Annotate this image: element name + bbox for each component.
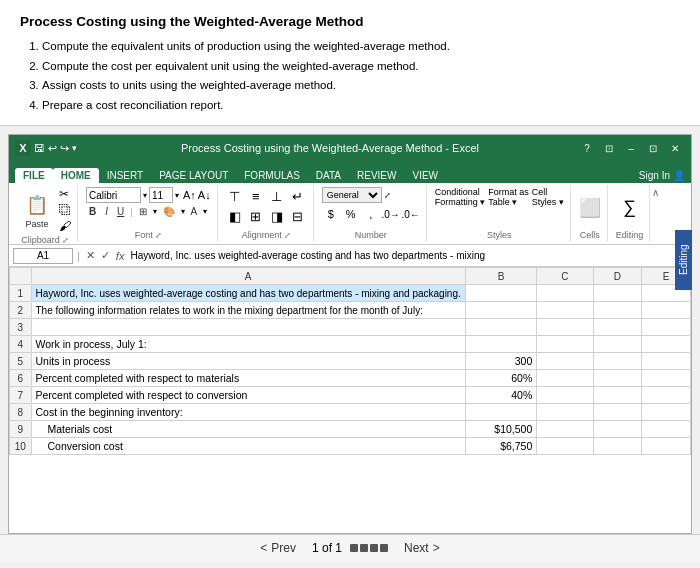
wrap-text-icon[interactable]: ↵ — [289, 187, 307, 205]
font-size-dropdown[interactable]: ▾ — [175, 191, 179, 200]
tab-page-layout[interactable]: PAGE LAYOUT — [151, 168, 236, 183]
cell-a2[interactable]: The following information relates to wor… — [31, 302, 465, 319]
cell-b10[interactable]: $6,750 — [465, 438, 537, 455]
cell-c4[interactable] — [537, 336, 593, 353]
align-top-icon[interactable]: ⊤ — [226, 187, 244, 205]
cell-d7[interactable] — [593, 387, 642, 404]
percent-icon[interactable]: % — [342, 205, 360, 223]
italic-button[interactable]: I — [102, 205, 111, 218]
help-button[interactable]: ? — [577, 140, 597, 156]
tab-data[interactable]: DATA — [308, 168, 349, 183]
tab-view[interactable]: VIEW — [404, 168, 446, 183]
font-size-input[interactable] — [149, 187, 173, 203]
cell-e10[interactable] — [642, 438, 691, 455]
cell-a8[interactable]: Cost in the beginning inventory: — [31, 404, 465, 421]
cell-b2[interactable] — [465, 302, 537, 319]
cell-e5[interactable] — [642, 353, 691, 370]
tab-file[interactable]: FILE — [15, 168, 53, 183]
fill-color-button[interactable]: 🎨 — [160, 205, 178, 218]
cell-c6[interactable] — [537, 370, 593, 387]
cell-b9[interactable]: $10,500 — [465, 421, 537, 438]
confirm-icon[interactable]: ✓ — [99, 248, 112, 263]
dec-decrease-icon[interactable]: .0← — [402, 205, 420, 223]
format-as-table-button[interactable]: Format asTable ▾ — [488, 187, 529, 207]
name-box[interactable] — [13, 248, 73, 264]
font-expand-icon[interactable]: ⤢ — [155, 231, 162, 240]
cell-a1[interactable]: Hayword, Inc. uses weighted-average cost… — [31, 285, 465, 302]
align-left-icon[interactable]: ◧ — [226, 207, 244, 225]
align-center-icon[interactable]: ⊞ — [247, 207, 265, 225]
align-expand-icon[interactable]: ⤢ — [284, 231, 291, 240]
border-dropdown[interactable]: ▾ — [153, 207, 157, 216]
cell-b8[interactable] — [465, 404, 537, 421]
restore-button[interactable]: ⊡ — [599, 140, 619, 156]
border-button[interactable]: ⊞ — [136, 205, 150, 218]
qat-undo[interactable]: ↩ — [48, 142, 57, 155]
cell-e3[interactable] — [642, 319, 691, 336]
cell-b3[interactable] — [465, 319, 537, 336]
cell-e4[interactable] — [642, 336, 691, 353]
cell-d2[interactable] — [593, 302, 642, 319]
cell-c1[interactable] — [537, 285, 593, 302]
cell-b5[interactable]: 300 — [465, 353, 537, 370]
sign-in[interactable]: Sign In 👤 — [639, 170, 685, 183]
font-name-dropdown[interactable]: ▾ — [143, 191, 147, 200]
maximize-button[interactable]: ⊡ — [643, 140, 663, 156]
cell-d5[interactable] — [593, 353, 642, 370]
cell-c10[interactable] — [537, 438, 593, 455]
cell-e6[interactable] — [642, 370, 691, 387]
cell-b1[interactable] — [465, 285, 537, 302]
cell-styles-button[interactable]: CellStyles ▾ — [532, 187, 564, 207]
cell-a6[interactable]: Percent completed with respect to materi… — [31, 370, 465, 387]
cell-a7[interactable]: Percent completed with respect to conver… — [31, 387, 465, 404]
cell-a3[interactable] — [31, 319, 465, 336]
cell-a10[interactable]: Conversion cost — [31, 438, 465, 455]
minimize-button[interactable]: – — [621, 140, 641, 156]
col-header-b[interactable]: B — [465, 268, 537, 285]
cell-c7[interactable] — [537, 387, 593, 404]
currency-icon[interactable]: $ — [322, 205, 340, 223]
cell-c2[interactable] — [537, 302, 593, 319]
editing-big-icon[interactable]: ∑ — [623, 197, 636, 218]
tab-formulas[interactable]: FORMULAS — [236, 168, 308, 183]
font-color-button[interactable]: A — [188, 205, 201, 218]
cell-c9[interactable] — [537, 421, 593, 438]
increase-font-icon[interactable]: A↑ — [183, 189, 196, 201]
cell-e2[interactable] — [642, 302, 691, 319]
col-header-c[interactable]: C — [537, 268, 593, 285]
comma-icon[interactable]: , — [362, 205, 380, 223]
tab-review[interactable]: REVIEW — [349, 168, 404, 183]
dec-increase-icon[interactable]: .0→ — [382, 205, 400, 223]
tab-insert[interactable]: INSERT — [99, 168, 152, 183]
qat-dropdown[interactable]: ▾ — [72, 143, 77, 153]
cell-c8[interactable] — [537, 404, 593, 421]
formula-input[interactable] — [130, 250, 687, 261]
align-middle-icon[interactable]: ≡ — [247, 187, 265, 205]
cell-d8[interactable] — [593, 404, 642, 421]
cell-e7[interactable] — [642, 387, 691, 404]
align-right-icon[interactable]: ◨ — [268, 207, 286, 225]
cut-icon[interactable]: ✂ — [59, 187, 71, 201]
paste-button[interactable]: 📋 Paste — [19, 189, 55, 231]
close-button[interactable]: ✕ — [665, 140, 685, 156]
cell-c3[interactable] — [537, 319, 593, 336]
cancel-icon[interactable]: ✕ — [84, 248, 97, 263]
col-header-a[interactable]: A — [31, 268, 465, 285]
cell-d6[interactable] — [593, 370, 642, 387]
cell-b7[interactable]: 40% — [465, 387, 537, 404]
format-painter-icon[interactable]: 🖌 — [59, 219, 71, 233]
ribbon-expand[interactable]: ∧ — [652, 185, 659, 242]
cell-a9[interactable]: Materials cost — [31, 421, 465, 438]
cell-a4[interactable]: Work in process, July 1: — [31, 336, 465, 353]
fill-dropdown[interactable]: ▾ — [181, 207, 185, 216]
next-button[interactable]: Next > — [404, 541, 440, 555]
qat-save[interactable]: 🖫 — [34, 142, 45, 154]
conditional-formatting-button[interactable]: ConditionalFormatting ▾ — [435, 187, 486, 207]
cell-c5[interactable] — [537, 353, 593, 370]
underline-button[interactable]: U — [114, 205, 127, 218]
cell-e8[interactable] — [642, 404, 691, 421]
font-name-input[interactable] — [86, 187, 141, 203]
clipboard-expand-icon[interactable]: ⤢ — [62, 236, 69, 245]
number-expand-icon[interactable]: ⤢ — [384, 191, 391, 200]
cell-d1[interactable] — [593, 285, 642, 302]
